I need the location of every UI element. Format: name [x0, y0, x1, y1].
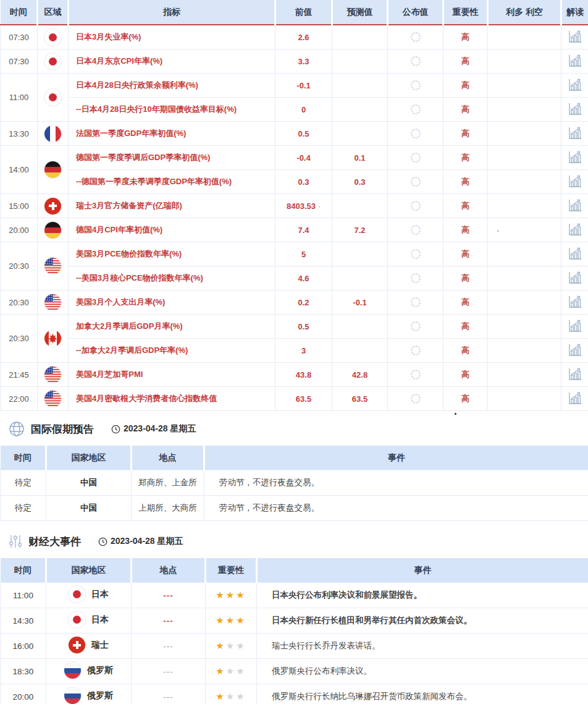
time-cell: 待定 [1, 470, 46, 496]
interpret-cell[interactable] [561, 387, 588, 411]
forecast-value: 42.8 [332, 363, 388, 387]
bar-chart-icon[interactable] [568, 78, 582, 91]
bar-chart-icon[interactable] [568, 391, 582, 405]
bull-bear-cell [488, 242, 561, 266]
forecast-value [332, 315, 388, 339]
column-header-0: 时间 [1, 558, 46, 583]
indicator-name: 日本4月28日央行政策余额利率(%) [69, 74, 275, 98]
events-section-header: 财经大事件 2023-04-28 星期五 [9, 532, 588, 551]
bar-chart-icon[interactable] [568, 198, 582, 212]
event-row: 18:30俄罗斯---★★★俄罗斯央行公布利率决议。 [1, 659, 588, 684]
bar-chart-icon[interactable] [568, 102, 582, 116]
interpret-cell[interactable] [561, 74, 588, 98]
forecast-value [332, 49, 388, 74]
interpret-cell[interactable] [561, 242, 588, 266]
interpret-cell[interactable] [561, 146, 588, 170]
forecast-value [332, 74, 388, 98]
events-section-date: 2023-04-28 星期五 [98, 536, 183, 547]
interpret-cell[interactable] [561, 25, 588, 49]
bull-bear-cell [488, 363, 561, 387]
event-cell: 俄罗斯央行公布利率决议。 [257, 659, 588, 684]
interpret-cell[interactable] [561, 315, 588, 339]
published-value [388, 74, 443, 98]
previous-value: 4.6 [275, 266, 332, 291]
bar-chart-icon[interactable] [568, 150, 582, 164]
importance-stars: ★★★ [216, 640, 246, 651]
indicator-name: 瑞士3月官方储备资产(亿瑞郎) [69, 194, 275, 218]
column-header-4: 事件 [257, 558, 588, 583]
bar-chart-icon[interactable] [568, 126, 582, 140]
interpret-cell[interactable] [561, 266, 588, 291]
flag-russia-icon [64, 662, 81, 679]
interpret-cell[interactable] [561, 170, 588, 194]
time-cell: 待定 [1, 496, 46, 521]
bar-chart-icon[interactable] [568, 247, 582, 260]
column-header-7: 利多 利空 [488, 0, 561, 25]
flag-japan-icon [44, 53, 61, 70]
time-cell: 14:00 [1, 146, 38, 194]
loading-spinner-icon [411, 56, 421, 66]
bull-bear-cell [488, 339, 561, 363]
calendar-row: 22:00美国4月密歇根大学消费者信心指数终值63.563.5高 [1, 387, 588, 411]
bar-chart-icon[interactable] [568, 295, 582, 308]
interpret-cell[interactable] [561, 98, 588, 122]
interpret-cell[interactable] [561, 194, 588, 218]
place-cell: --- [132, 684, 206, 704]
flag-japan-icon [69, 586, 85, 603]
column-header-5: 公布值 [388, 0, 443, 25]
indicator-name: 德国4月CPI年率初值(%) [69, 218, 275, 242]
loading-spinner-icon [411, 177, 421, 187]
calendar-row: 07:30日本3月失业率(%)2.6高 [1, 25, 588, 49]
region-cell [38, 146, 69, 194]
interpret-cell[interactable] [561, 363, 588, 387]
flag-usa-icon [44, 258, 61, 274]
time-cell: 20:00 [1, 684, 46, 704]
time-cell: 18:30 [1, 659, 46, 684]
bull-bear-cell [488, 122, 561, 146]
previous-value: 63.5 [275, 387, 332, 411]
indicator-name: 美国3月个人支出月率(%) [69, 291, 275, 315]
region-cell [38, 363, 69, 387]
calendar-row: 20:30美国3月PCE物价指数年率(%)5高 [1, 242, 588, 266]
bar-chart-icon[interactable] [568, 30, 582, 43]
importance-value: 高 [443, 146, 488, 170]
loading-spinner-icon [411, 80, 421, 90]
bar-chart-icon[interactable] [568, 223, 582, 236]
bull-bear-cell [488, 194, 561, 218]
bull-bear-cell [488, 266, 561, 291]
flag-japan-icon [69, 611, 85, 628]
loading-spinner-icon [411, 273, 421, 283]
bar-chart-icon[interactable] [568, 367, 582, 381]
bar-chart-icon[interactable] [568, 319, 582, 333]
interpret-cell[interactable] [561, 218, 588, 242]
bar-chart-icon[interactable] [568, 271, 582, 284]
interpret-cell[interactable] [561, 291, 588, 315]
time-cell: 20:30 [1, 315, 38, 363]
event-cell: 日本央行新任行长植田和男举行其任内首次政策会议。 [257, 608, 588, 634]
published-value [388, 218, 443, 242]
place-cell: --- [132, 583, 206, 608]
previous-value: 0.5 [275, 122, 332, 146]
stars-cell: ★★★ [206, 634, 257, 659]
holiday-table: 时间国家地区地点事件 待定中国郑商所、上金所劳动节，不进行夜盘交易。待定中国上期… [0, 446, 588, 521]
bar-chart-icon[interactable] [568, 343, 582, 357]
place-cell: 郑商所、上金所 [132, 470, 204, 496]
event-row: 14:30日本---★★★日本央行新任行长植田和男举行其任内首次政策会议。 [1, 608, 588, 634]
region-cell [38, 218, 69, 242]
previous-value: 8403.53· [275, 194, 332, 218]
published-value [388, 266, 443, 291]
bull-bear-cell [488, 291, 561, 315]
bar-chart-icon[interactable] [568, 174, 582, 188]
indicator-name: 美国4月密歇根大学消费者信心指数终值 [69, 387, 275, 411]
published-value [388, 242, 443, 266]
interpret-cell[interactable] [561, 122, 588, 146]
interpret-cell[interactable] [561, 339, 588, 363]
bar-chart-icon[interactable] [568, 54, 582, 67]
interpret-cell[interactable] [561, 49, 588, 74]
flag-switzerland-icon [69, 637, 85, 653]
stars-cell: ★★★ [206, 684, 257, 704]
loading-spinner-icon [411, 32, 421, 42]
stars-cell: ★★★ [206, 608, 257, 634]
published-value [388, 291, 443, 315]
calendar-row: 15:00瑞士3月官方储备资产(亿瑞郎)8403.53·高 [1, 194, 588, 218]
